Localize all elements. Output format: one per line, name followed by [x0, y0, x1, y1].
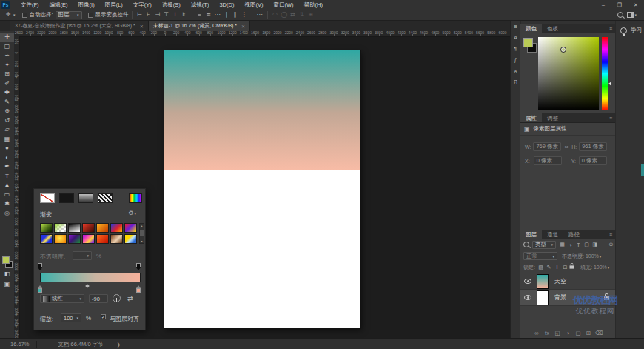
- zoom-level[interactable]: 16.67%: [10, 341, 29, 348]
- fill-value[interactable]: 100%: [594, 265, 607, 270]
- layer-row[interactable]: 背景: [520, 290, 615, 306]
- foreground-color-chip[interactable]: [523, 38, 533, 47]
- workspace-switcher[interactable]: ▾: [627, 12, 637, 18]
- visibility-eye-icon[interactable]: [524, 279, 531, 284]
- gradient-preset-4[interactable]: [82, 223, 95, 233]
- menubar-item[interactable]: 图层(L): [100, 0, 128, 10]
- auto-select-checkbox[interactable]: [22, 13, 27, 18]
- tab-close-icon[interactable]: ✕: [241, 24, 245, 29]
- distribute-top-icon[interactable]: ≡: [195, 10, 204, 20]
- width-field[interactable]: 769 像素: [533, 142, 561, 151]
- gradient-preset-9[interactable]: [54, 234, 67, 244]
- brush-settings-panel-icon[interactable]: ʙ: [511, 21, 520, 32]
- gradient-preset-7[interactable]: [124, 223, 137, 233]
- brush-tool[interactable]: ✎: [0, 98, 14, 107]
- eyedropper-tool[interactable]: ✐: [0, 79, 14, 89]
- color-stop-right[interactable]: [136, 283, 141, 293]
- tool-preset-arrow-icon[interactable]: ▾: [13, 13, 16, 17]
- layer-filter-toggle-icon[interactable]: ⊙: [607, 242, 615, 247]
- scroll-down-icon[interactable]: ▾: [141, 239, 142, 243]
- fill-none-swatch[interactable]: [40, 193, 55, 203]
- gradient-midpoint-marker[interactable]: [85, 284, 90, 288]
- pen-tool[interactable]: ✒: [0, 162, 14, 172]
- align-vertical-centers-icon[interactable]: ⊥: [171, 10, 180, 20]
- gradient-preset-5[interactable]: [96, 223, 109, 233]
- blur-tool[interactable]: ●: [0, 144, 14, 153]
- shape-tool[interactable]: ▭: [0, 190, 14, 200]
- reverse-gradient-icon[interactable]: ⇄: [127, 295, 133, 302]
- filter-type-layers-icon[interactable]: T: [574, 242, 583, 247]
- foreground-color-swatch[interactable]: [2, 256, 10, 264]
- eraser-tool[interactable]: ▱: [0, 125, 14, 135]
- tab-swatches[interactable]: 色板: [542, 24, 563, 33]
- quick-selection-tool[interactable]: ✦: [0, 61, 14, 70]
- y-field[interactable]: 0 像素: [579, 156, 607, 165]
- menubar-item[interactable]: 3D(D): [214, 0, 239, 10]
- filter-smart-objects-icon[interactable]: ◨: [591, 242, 599, 247]
- menubar-item[interactable]: 窗口(W): [268, 0, 298, 10]
- menubar-item[interactable]: 文字(Y): [128, 0, 157, 10]
- filter-pixel-layers-icon[interactable]: ▦: [558, 242, 566, 247]
- panel-menu-icon[interactable]: ≡: [609, 24, 615, 33]
- minimize-button[interactable]: –: [595, 0, 611, 10]
- menubar-item[interactable]: 编辑(E): [44, 0, 73, 10]
- scroll-thumb[interactable]: [140, 230, 144, 236]
- opacity-stop-left[interactable]: [38, 263, 42, 273]
- screen-mode-button[interactable]: ▣: [0, 280, 14, 290]
- auto-select-dropdown[interactable]: 图层: [56, 11, 82, 19]
- paragraph-styles-panel-icon[interactable]: Я: [511, 76, 520, 87]
- zoom-tool[interactable]: ◎: [0, 209, 14, 219]
- stop-opacity-field[interactable]: ▾: [73, 251, 92, 260]
- gear-icon[interactable]: ⚙▾: [128, 210, 136, 216]
- adjustment-layer-icon[interactable]: ◑: [563, 330, 573, 336]
- menubar-item[interactable]: 选择(S): [157, 0, 186, 10]
- align-with-layer-checkbox[interactable]: ✓: [101, 314, 106, 319]
- tab-close-icon[interactable]: ✕: [140, 24, 144, 29]
- menubar-item[interactable]: 滤镜(T): [186, 0, 215, 10]
- lock-position-icon[interactable]: ✛: [553, 265, 561, 270]
- tab-color[interactable]: 颜色: [520, 24, 542, 33]
- menubar-item[interactable]: 文件(F): [16, 0, 44, 10]
- hue-slider[interactable]: [602, 37, 608, 110]
- close-button[interactable]: ✕: [628, 0, 644, 10]
- move-tool[interactable]: ✛: [0, 33, 14, 42]
- crop-tool[interactable]: ⊞: [0, 70, 14, 79]
- document-tab[interactable]: 37-春夏-合成海报作业.psd @ 15.2% (天空, RGB/8) *✕: [10, 21, 149, 31]
- align-right-edges-icon[interactable]: ⊣: [153, 10, 162, 20]
- color-stop-left[interactable]: [38, 283, 42, 293]
- gradient-angle-field[interactable]: -90: [89, 294, 108, 303]
- layer-filter-dropdown[interactable]: 类型: [532, 241, 556, 249]
- gradient-preset-2[interactable]: [54, 223, 67, 233]
- quick-mask-button[interactable]: ◧: [0, 270, 14, 279]
- align-bottom-edges-icon[interactable]: ⊧: [180, 10, 189, 20]
- menubar-item[interactable]: 图像(I): [73, 0, 100, 10]
- healing-brush-tool[interactable]: ✚: [0, 88, 14, 98]
- lasso-tool[interactable]: ∽: [0, 51, 14, 61]
- height-field[interactable]: 961 像素: [579, 142, 607, 151]
- menubar-item[interactable]: 视图(V): [239, 0, 268, 10]
- align-horizontal-centers-icon[interactable]: ⊦: [144, 10, 153, 20]
- tab-layers[interactable]: 图层: [520, 230, 542, 239]
- lock-artboard-icon[interactable]: ⊡: [561, 265, 569, 270]
- opacity-stop-right[interactable]: [136, 263, 141, 273]
- tab-channels[interactable]: 通道: [542, 230, 563, 239]
- layer-row[interactable]: 天空: [520, 273, 615, 290]
- tab-adjustments[interactable]: 调整: [542, 113, 563, 122]
- delete-layer-icon[interactable]: ⌫: [594, 330, 604, 336]
- scale-field[interactable]: 100 ▾: [61, 313, 81, 322]
- lock-image-pixels-icon[interactable]: ✎: [545, 265, 553, 270]
- gradient-style-dropdown[interactable]: 线性 ▾: [40, 294, 84, 303]
- gradient-editor-bar[interactable]: [40, 273, 141, 282]
- paragraph-panel-icon[interactable]: ¶: [511, 43, 520, 54]
- fill-pattern-swatch[interactable]: [98, 193, 113, 203]
- gradient-preset-11[interactable]: [82, 234, 95, 244]
- presets-scrollbar[interactable]: ▴ ▾: [139, 223, 144, 244]
- hue-slider-pointer[interactable]: [606, 82, 611, 86]
- rainbow-gradient-swatch[interactable]: [129, 193, 142, 203]
- opacity-value[interactable]: 100%: [586, 253, 599, 259]
- distribute-center-icon[interactable]: ∥: [231, 10, 240, 20]
- layer-effects-icon[interactable]: fx: [542, 330, 552, 336]
- distribute-right-icon[interactable]: ⋮: [240, 10, 249, 20]
- filter-adjustment-layers-icon[interactable]: ◑: [566, 242, 574, 247]
- character-panel-icon[interactable]: A: [511, 32, 520, 43]
